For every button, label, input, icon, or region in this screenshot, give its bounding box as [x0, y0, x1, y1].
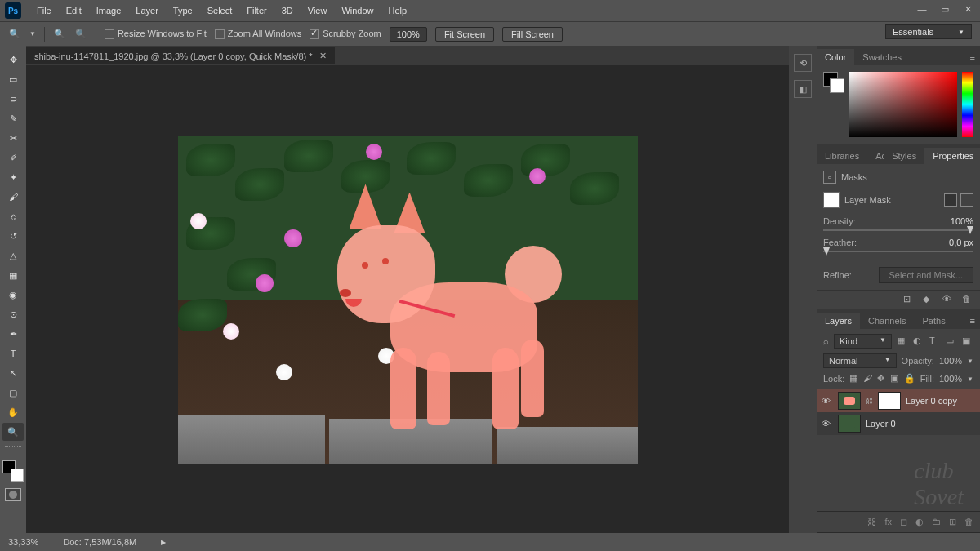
history-brush-tool[interactable]: ↺	[2, 227, 24, 245]
layer-row[interactable]: 👁 ⛓ Layer 0 copy	[817, 389, 980, 412]
panel-menu-icon[interactable]: ≡	[965, 313, 980, 329]
menu-image[interactable]: Image	[89, 6, 129, 16]
lock-transparency-icon[interactable]: ▦	[849, 373, 858, 384]
panel-menu-icon[interactable]: ≡	[965, 49, 980, 65]
zoom-tool[interactable]: 🔍	[2, 423, 24, 441]
lasso-tool[interactable]: ⊃	[2, 90, 24, 108]
layer-style-icon[interactable]: fx	[884, 517, 892, 527]
lock-artboard-icon[interactable]: ▣	[890, 373, 899, 384]
pen-tool[interactable]: ✒	[2, 325, 24, 343]
type-tool[interactable]: T	[2, 344, 24, 362]
lock-position-icon[interactable]: ✥	[877, 373, 886, 384]
fill-value[interactable]: 100%	[939, 374, 962, 384]
fill-screen-button[interactable]: Fill Screen	[502, 27, 563, 42]
tab-swatches[interactable]: Swatches	[854, 49, 910, 65]
spot-heal-tool[interactable]: ✦	[2, 168, 24, 186]
mask-link-icon[interactable]: ⛓	[866, 397, 873, 405]
tab-layers[interactable]: Layers	[817, 313, 860, 329]
tab-libraries[interactable]: Libraries	[817, 148, 867, 164]
tool-preset-dropdown-icon[interactable]: ▼	[29, 30, 36, 38]
zoom-out-icon[interactable]: 🔍	[74, 28, 87, 41]
visibility-toggle-icon[interactable]: 👁	[822, 419, 833, 429]
select-and-mask-button[interactable]: Select and Mask...	[879, 267, 974, 283]
filter-kind-dropdown[interactable]: Kind▼	[834, 334, 892, 349]
filter-type-icon[interactable]: T	[929, 335, 941, 347]
layer-mask-thumbnail[interactable]	[878, 392, 901, 410]
menu-layer[interactable]: Layer	[128, 6, 166, 16]
filter-smart-icon[interactable]: ▣	[962, 335, 973, 347]
doc-info-status[interactable]: Doc: 7,53M/16,8M	[63, 537, 136, 547]
quick-select-tool[interactable]: ✎	[2, 109, 24, 127]
delete-layer-icon[interactable]: 🗑	[964, 517, 973, 527]
blend-mode-dropdown[interactable]: Normal▼	[823, 353, 897, 368]
tab-styles[interactable]: Styles	[884, 148, 924, 164]
add-mask-icon[interactable]: ◻	[900, 517, 907, 527]
lock-all-icon[interactable]: 🔒	[904, 373, 915, 384]
blur-tool[interactable]: ◉	[2, 286, 24, 304]
maximize-button[interactable]: ▭	[939, 3, 951, 15]
minimize-button[interactable]: —	[916, 3, 928, 15]
menu-3d[interactable]: 3D	[274, 6, 301, 16]
disable-mask-icon[interactable]: 👁	[942, 294, 954, 305]
color-swatch-pair[interactable]	[823, 72, 844, 93]
document-tab[interactable]: shiba-inu-1147811_1920.jpg @ 33,3% (Laye…	[26, 47, 335, 64]
menu-filter[interactable]: Filter	[239, 6, 274, 16]
history-panel-icon[interactable]: ⟲	[794, 54, 812, 72]
filter-type-icon[interactable]: ⌕	[823, 336, 829, 346]
tab-paths[interactable]: Paths	[915, 313, 954, 329]
filter-shape-icon[interactable]: ▭	[946, 335, 957, 347]
new-layer-icon[interactable]: ⊞	[949, 517, 956, 527]
menu-file[interactable]: File	[29, 6, 59, 16]
layer-thumbnail[interactable]	[838, 415, 861, 433]
visibility-toggle-icon[interactable]: 👁	[822, 396, 833, 406]
canvas[interactable]: /*flowers placeholders*/	[178, 136, 638, 464]
eraser-tool[interactable]: △	[2, 247, 24, 264]
density-slider[interactable]	[823, 229, 973, 231]
delete-mask-icon[interactable]: 🗑	[962, 294, 973, 305]
zoom-value-field[interactable]: 100%	[390, 27, 427, 42]
hue-slider[interactable]	[962, 72, 973, 137]
opacity-value[interactable]: 100%	[939, 356, 962, 366]
brush-tool[interactable]: 🖌	[2, 188, 24, 206]
rectangle-tool[interactable]: ▢	[2, 384, 24, 402]
menu-select[interactable]: Select	[200, 6, 240, 16]
pixel-mask-icon[interactable]	[944, 193, 957, 207]
load-selection-icon[interactable]: ⊡	[903, 294, 915, 305]
link-layers-icon[interactable]: ⛓	[867, 517, 876, 527]
workspace-switcher[interactable]: Essentials▼	[885, 24, 972, 39]
dodge-tool[interactable]: ⊙	[2, 305, 24, 323]
foreground-background-colors[interactable]	[2, 460, 24, 482]
tab-properties[interactable]: Properties	[924, 148, 980, 164]
menu-help[interactable]: Help	[381, 6, 415, 16]
vector-mask-icon[interactable]	[960, 193, 973, 207]
resize-windows-checkbox[interactable]: Resize Windows to Fit	[105, 29, 207, 39]
layer-row[interactable]: 👁 Layer 0	[817, 412, 980, 435]
eyedropper-tool[interactable]: ✐	[2, 149, 24, 167]
quick-mask-toggle[interactable]	[5, 488, 21, 501]
path-select-tool[interactable]: ↖	[2, 364, 24, 382]
new-fill-icon[interactable]: ◐	[915, 517, 924, 527]
new-group-icon[interactable]: 🗀	[932, 517, 941, 527]
menu-type[interactable]: Type	[166, 6, 200, 16]
clone-stamp-tool[interactable]: ⎌	[2, 207, 24, 225]
scrubby-zoom-checkbox[interactable]: Scrubby Zoom	[310, 29, 381, 39]
tab-channels[interactable]: Channels	[860, 313, 914, 329]
feather-slider[interactable]	[823, 251, 973, 252]
3d-panel-icon[interactable]: ◧	[794, 80, 812, 98]
layer-mask-thumb[interactable]	[823, 192, 840, 208]
menu-window[interactable]: Window	[334, 6, 381, 16]
menu-edit[interactable]: Edit	[59, 6, 89, 16]
lock-pixels-icon[interactable]: 🖌	[863, 373, 872, 384]
zoom-status[interactable]: 33,33%	[8, 537, 38, 547]
close-button[interactable]: ✕	[962, 3, 973, 15]
zoom-in-icon[interactable]: 🔍	[53, 28, 66, 41]
zoom-all-checkbox[interactable]: Zoom All Windows	[215, 29, 301, 39]
tab-color[interactable]: Color	[817, 49, 854, 65]
hand-tool[interactable]: ✋	[2, 403, 24, 421]
menu-view[interactable]: View	[301, 6, 335, 16]
filter-adjust-icon[interactable]: ◐	[913, 335, 924, 347]
gradient-tool[interactable]: ▦	[2, 266, 24, 284]
move-tool[interactable]: ✥	[2, 51, 24, 69]
fit-screen-button[interactable]: Fit Screen	[435, 27, 494, 42]
close-tab-icon[interactable]: ✕	[319, 51, 327, 61]
